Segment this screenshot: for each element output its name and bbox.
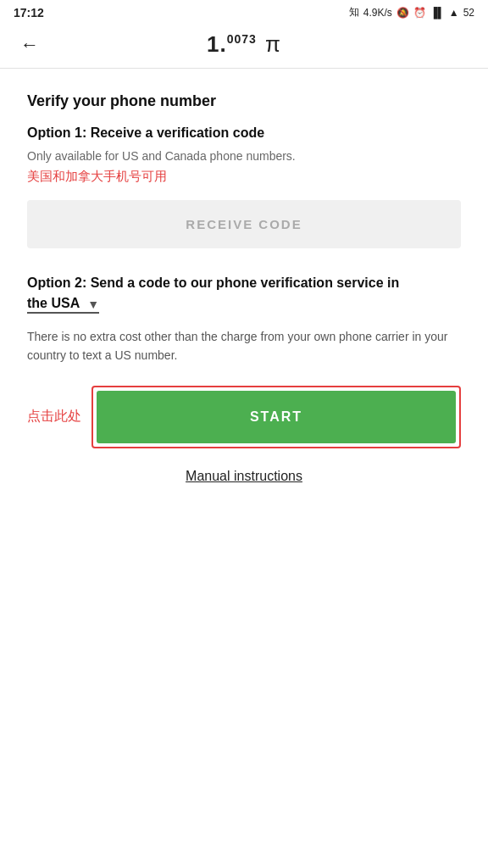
status-alarm-icon: ⏰ bbox=[413, 7, 426, 19]
receive-code-button[interactable]: RECEIVE CODE bbox=[27, 200, 461, 248]
section-title: Verify your phone number bbox=[27, 92, 461, 110]
nav-title: 1.0073 π bbox=[207, 31, 281, 58]
chinese-left-annotation: 点击此处 bbox=[27, 408, 81, 426]
start-button[interactable]: START bbox=[97, 391, 456, 443]
country-select[interactable]: the USA Canada UK bbox=[27, 296, 99, 310]
extra-cost-description: There is no extra cost other than the ch… bbox=[27, 327, 461, 365]
status-time: 17:12 bbox=[14, 6, 44, 19]
option1-title: Option 1: Receive a verification code bbox=[27, 125, 461, 141]
status-ku-icon: 知 bbox=[349, 5, 359, 19]
start-btn-wrapper: START bbox=[92, 386, 461, 448]
option2-title-row: Option 2: Send a code to our phone verif… bbox=[27, 275, 461, 314]
status-battery: 52 bbox=[463, 7, 474, 19]
status-bar: 17:12 知 4.9K/s 🔕 ⏰ ▐▌ ▲ 52 bbox=[0, 0, 488, 23]
status-signal-icon: ▐▌ bbox=[430, 7, 445, 19]
nav-number: 1.0073 bbox=[207, 31, 257, 57]
manual-instructions-link[interactable]: Manual instructions bbox=[27, 469, 461, 484]
option1-desc: Only available for US and Canada phone n… bbox=[27, 147, 461, 165]
status-icons: 知 4.9K/s 🔕 ⏰ ▐▌ ▲ 52 bbox=[349, 5, 474, 19]
option2-title-text: Option 2: Send a code to our phone verif… bbox=[27, 275, 399, 291]
status-speed: 4.9K/s bbox=[363, 7, 392, 19]
country-select-wrapper[interactable]: the USA Canada UK ▼ bbox=[27, 296, 99, 314]
option2-section: Option 2: Send a code to our phone verif… bbox=[27, 275, 461, 484]
main-content: Verify your phone number Option 1: Recei… bbox=[0, 69, 488, 511]
option1-section: Option 1: Receive a verification code On… bbox=[27, 125, 461, 248]
top-nav: ← 1.0073 π bbox=[0, 23, 488, 69]
pi-symbol: π bbox=[265, 31, 281, 57]
back-button[interactable]: ← bbox=[14, 31, 46, 59]
status-mute-icon: 🔕 bbox=[396, 7, 409, 19]
start-btn-area: 点击此处 START bbox=[27, 386, 461, 448]
option1-chinese-annotation: 美国和加拿大手机号可用 bbox=[27, 169, 461, 185]
status-wifi-icon: ▲ bbox=[449, 7, 459, 19]
